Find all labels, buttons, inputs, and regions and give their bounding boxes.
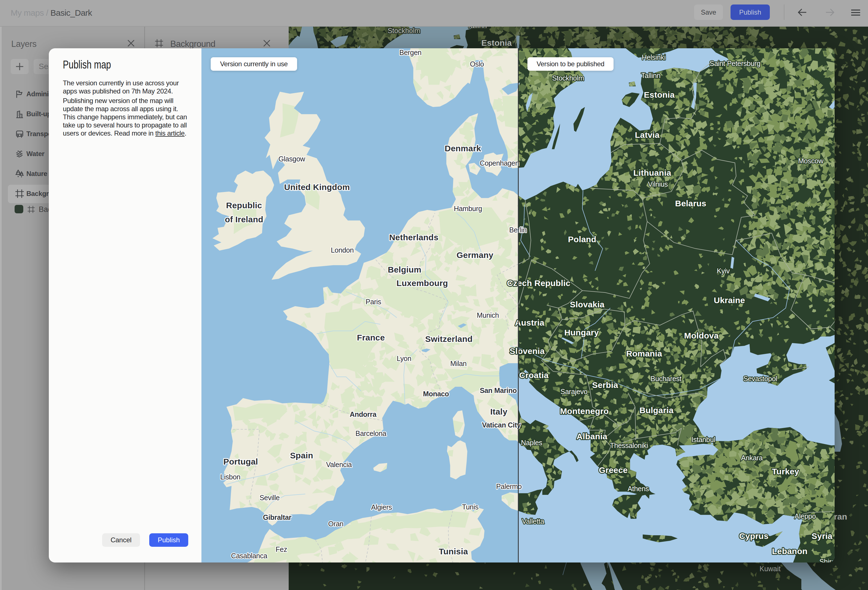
svg-text:Lisbon: Lisbon [220,473,241,481]
svg-text:Kuwait: Kuwait [759,565,781,572]
svg-text:Cyprus: Cyprus [739,531,769,541]
svg-text:Sevastopol: Sevastopol [743,375,777,383]
svg-text:Hungary: Hungary [564,328,599,337]
svg-text:Naples: Naples [521,439,542,447]
svg-text:Slovenia: Slovenia [510,346,545,356]
svg-text:Stockholm: Stockholm [388,27,421,34]
svg-text:France: France [357,333,385,342]
svg-text:Turkey: Turkey [772,467,799,476]
svg-text:Croatia: Croatia [519,371,549,380]
svg-text:Netherlands: Netherlands [389,233,438,242]
svg-text:Thessaloniki: Thessaloniki [610,442,648,450]
svg-text:Vilnius: Vilnius [648,180,668,188]
svg-text:Belarus: Belarus [675,199,706,208]
svg-text:Romania: Romania [626,349,662,358]
svg-text:Milan: Milan [450,359,466,367]
svg-text:Oslo: Oslo [470,60,484,68]
svg-text:Estonia: Estonia [481,38,512,47]
svg-text:Denmark: Denmark [445,144,481,153]
svg-text:Greece: Greece [599,465,628,475]
svg-text:Republic: Republic [226,201,262,210]
svg-text:Estonia: Estonia [644,90,675,99]
svg-text:Vatican City: Vatican City [482,421,521,429]
svg-text:Munich: Munich [477,311,499,319]
svg-text:Moscow: Moscow [798,157,824,165]
svg-text:Aleppo: Aleppo [794,512,816,520]
svg-text:United Kingdom: United Kingdom [284,182,350,192]
svg-text:Oran: Oran [328,520,343,528]
svg-text:Bergen: Bergen [400,49,422,56]
svg-text:Latvia: Latvia [635,130,660,139]
svg-text:Helsinki: Helsinki [642,53,666,61]
svg-text:Bulgaria: Bulgaria [639,405,673,415]
svg-text:Casablanca: Casablanca [231,552,267,560]
svg-text:Czech Republic: Czech Republic [507,278,570,288]
svg-text:Portugal: Portugal [223,457,258,466]
svg-text:Syria: Syria [812,531,833,541]
svg-text:Serbia: Serbia [592,380,618,390]
svg-text:Bucharest: Bucharest [651,375,681,383]
svg-text:Luxembourg: Luxembourg [396,278,448,288]
svg-text:Andorra: Andorra [350,410,377,418]
svg-text:Sarajevo: Sarajevo [561,387,588,395]
svg-text:Istanbul: Istanbul [691,436,715,444]
svg-text:Italy: Italy [490,407,507,416]
svg-text:Switzerland: Switzerland [425,334,473,343]
svg-text:Copenhagen: Copenhagen [480,159,519,167]
svg-text:Lebanon: Lebanon [772,547,807,556]
svg-text:Paris: Paris [366,298,381,306]
svg-text:Hamburg: Hamburg [454,205,482,213]
svg-text:Athens: Athens [627,485,649,492]
svg-text:Barcelona: Barcelona [356,429,386,437]
svg-text:Austria: Austria [515,318,545,327]
svg-text:Belgium: Belgium [388,265,421,274]
svg-text:Kyiv: Kyiv [717,267,730,275]
svg-text:Fez: Fez [276,546,287,553]
svg-text:Gibraltar: Gibraltar [263,513,291,521]
svg-text:Slovakia: Slovakia [570,300,604,309]
svg-text:Glasgow: Glasgow [278,155,305,163]
svg-text:Tallinn: Tallinn [467,27,487,30]
svg-text:of Ireland: of Ireland [225,215,263,224]
svg-text:Moldova: Moldova [684,331,719,340]
svg-text:Tunisia: Tunisia [439,547,468,556]
svg-text:Stockholm: Stockholm [552,74,584,82]
svg-text:London: London [331,246,354,254]
svg-text:Montenegro: Montenegro [560,407,609,416]
svg-text:Ankara: Ankara [741,454,763,462]
svg-text:San Marino: San Marino [480,386,517,394]
svg-text:Tunis: Tunis [462,503,478,511]
svg-text:Albania: Albania [577,432,607,441]
svg-text:Monaco: Monaco [423,390,449,398]
svg-text:Valencia: Valencia [326,461,352,469]
svg-text:Valletta: Valletta [522,517,544,525]
svg-text:Ukraine: Ukraine [714,296,745,305]
svg-text:Seville: Seville [260,494,280,501]
svg-text:Poland: Poland [568,235,596,244]
svg-text:Algiers: Algiers [371,503,392,511]
svg-text:Spain: Spain [290,451,313,460]
svg-text:Germany: Germany [456,250,493,260]
svg-text:Saint Petersburg: Saint Petersburg [710,59,760,67]
svg-text:Lyon: Lyon [397,355,411,362]
svg-text:Lithuania: Lithuania [633,168,671,177]
svg-text:Tallinn: Tallinn [641,72,661,80]
